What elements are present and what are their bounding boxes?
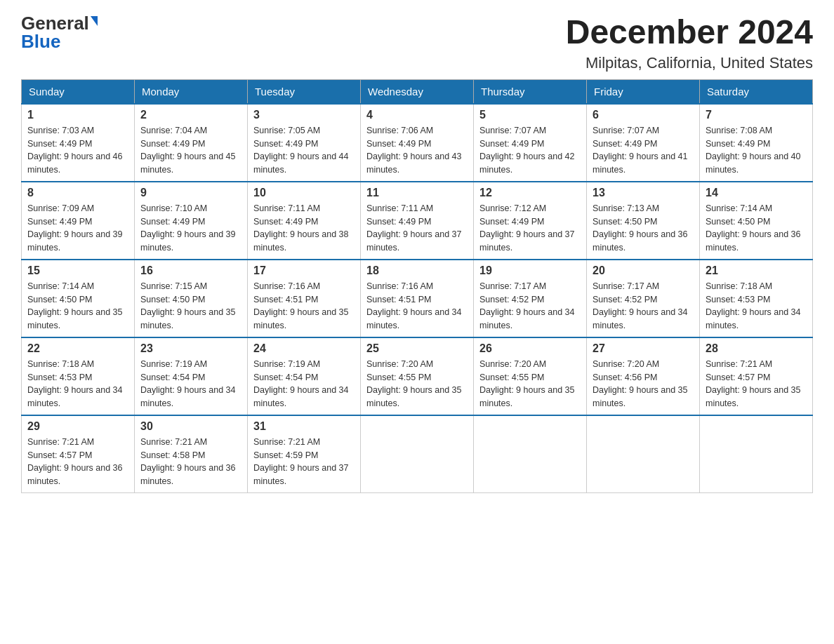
- day-info: Sunrise: 7:09 AMSunset: 4:49 PMDaylight:…: [27, 203, 123, 253]
- day-number: 3: [253, 109, 355, 121]
- day-number: 17: [253, 264, 355, 277]
- day-number: 10: [253, 187, 355, 199]
- page-header: General Blue December 2024 Milpitas, Cal…: [21, 14, 813, 72]
- calendar-header-tuesday: Tuesday: [248, 79, 361, 104]
- day-number: 4: [366, 109, 468, 121]
- day-info: Sunrise: 7:20 AMSunset: 4:55 PMDaylight:…: [479, 359, 575, 408]
- day-info: Sunrise: 7:11 AMSunset: 4:49 PMDaylight:…: [366, 203, 462, 253]
- day-info: Sunrise: 7:07 AMSunset: 4:49 PMDaylight:…: [593, 126, 688, 175]
- calendar-day-cell: 18 Sunrise: 7:16 AMSunset: 4:51 PMDaylig…: [361, 260, 474, 337]
- day-info: Sunrise: 7:07 AMSunset: 4:49 PMDaylight:…: [479, 126, 575, 175]
- day-info: Sunrise: 7:21 AMSunset: 4:59 PMDaylight:…: [253, 437, 349, 486]
- day-number: 5: [479, 109, 581, 121]
- day-info: Sunrise: 7:16 AMSunset: 4:51 PMDaylight:…: [253, 281, 349, 330]
- day-info: Sunrise: 7:11 AMSunset: 4:49 PMDaylight:…: [253, 203, 349, 253]
- day-info: Sunrise: 7:20 AMSunset: 4:55 PMDaylight:…: [366, 359, 462, 408]
- calendar-subtitle: Milpitas, California, United States: [566, 54, 813, 72]
- calendar-day-cell: 11 Sunrise: 7:11 AMSunset: 4:49 PMDaylig…: [361, 182, 474, 260]
- calendar-day-cell: 30 Sunrise: 7:21 AMSunset: 4:58 PMDaylig…: [135, 415, 248, 493]
- day-info: Sunrise: 7:08 AMSunset: 4:49 PMDaylight:…: [706, 126, 801, 175]
- calendar-day-cell: 6 Sunrise: 7:07 AMSunset: 4:49 PMDayligh…: [587, 104, 700, 182]
- calendar-day-cell: 19 Sunrise: 7:17 AMSunset: 4:52 PMDaylig…: [474, 260, 587, 337]
- day-number: 1: [27, 109, 128, 121]
- day-number: 28: [706, 342, 807, 355]
- day-number: 21: [706, 264, 807, 277]
- day-number: 19: [479, 264, 581, 277]
- calendar-header-sunday: Sunday: [22, 79, 135, 104]
- day-number: 12: [479, 187, 581, 199]
- day-info: Sunrise: 7:16 AMSunset: 4:51 PMDaylight:…: [366, 281, 462, 330]
- day-number: 16: [140, 264, 241, 277]
- calendar-header-friday: Friday: [587, 79, 700, 104]
- calendar-day-cell: 5 Sunrise: 7:07 AMSunset: 4:49 PMDayligh…: [474, 104, 587, 182]
- calendar-week-row: 1 Sunrise: 7:03 AMSunset: 4:49 PMDayligh…: [22, 104, 813, 182]
- logo-triangle-icon: [91, 16, 98, 26]
- calendar-day-cell: 1 Sunrise: 7:03 AMSunset: 4:49 PMDayligh…: [22, 104, 135, 182]
- calendar-day-cell: 17 Sunrise: 7:16 AMSunset: 4:51 PMDaylig…: [248, 260, 361, 337]
- day-number: 6: [593, 109, 694, 121]
- calendar-day-cell: [587, 415, 700, 493]
- calendar-day-cell: 14 Sunrise: 7:14 AMSunset: 4:50 PMDaylig…: [700, 182, 813, 260]
- day-info: Sunrise: 7:10 AMSunset: 4:49 PMDaylight:…: [140, 203, 236, 253]
- day-number: 20: [593, 264, 694, 277]
- calendar-day-cell: 22 Sunrise: 7:18 AMSunset: 4:53 PMDaylig…: [22, 337, 135, 415]
- calendar-week-row: 29 Sunrise: 7:21 AMSunset: 4:57 PMDaylig…: [22, 415, 813, 493]
- calendar-header-wednesday: Wednesday: [361, 79, 474, 104]
- day-info: Sunrise: 7:13 AMSunset: 4:50 PMDaylight:…: [593, 203, 688, 253]
- calendar-day-cell: 23 Sunrise: 7:19 AMSunset: 4:54 PMDaylig…: [135, 337, 248, 415]
- calendar-day-cell: 2 Sunrise: 7:04 AMSunset: 4:49 PMDayligh…: [135, 104, 248, 182]
- calendar-week-row: 22 Sunrise: 7:18 AMSunset: 4:53 PMDaylig…: [22, 337, 813, 415]
- calendar-day-cell: 10 Sunrise: 7:11 AMSunset: 4:49 PMDaylig…: [248, 182, 361, 260]
- day-info: Sunrise: 7:18 AMSunset: 4:53 PMDaylight:…: [706, 281, 801, 330]
- day-info: Sunrise: 7:19 AMSunset: 4:54 PMDaylight:…: [140, 359, 236, 408]
- day-number: 18: [366, 264, 468, 277]
- calendar-week-row: 8 Sunrise: 7:09 AMSunset: 4:49 PMDayligh…: [22, 182, 813, 260]
- calendar-day-cell: [474, 415, 587, 493]
- calendar-day-cell: 27 Sunrise: 7:20 AMSunset: 4:56 PMDaylig…: [587, 337, 700, 415]
- day-number: 25: [366, 342, 468, 355]
- day-info: Sunrise: 7:04 AMSunset: 4:49 PMDaylight:…: [140, 126, 236, 175]
- calendar-day-cell: 16 Sunrise: 7:15 AMSunset: 4:50 PMDaylig…: [135, 260, 248, 337]
- calendar-week-row: 15 Sunrise: 7:14 AMSunset: 4:50 PMDaylig…: [22, 260, 813, 337]
- day-info: Sunrise: 7:17 AMSunset: 4:52 PMDaylight:…: [479, 281, 575, 330]
- day-number: 14: [706, 187, 807, 199]
- calendar-day-cell: [361, 415, 474, 493]
- logo-blue: Blue: [21, 32, 60, 51]
- day-info: Sunrise: 7:21 AMSunset: 4:57 PMDaylight:…: [706, 359, 801, 408]
- calendar-title: December 2024: [566, 14, 813, 51]
- calendar-day-cell: 4 Sunrise: 7:06 AMSunset: 4:49 PMDayligh…: [361, 104, 474, 182]
- day-info: Sunrise: 7:15 AMSunset: 4:50 PMDaylight:…: [140, 281, 236, 330]
- calendar-header-saturday: Saturday: [700, 79, 813, 104]
- calendar-day-cell: 20 Sunrise: 7:17 AMSunset: 4:52 PMDaylig…: [587, 260, 700, 337]
- calendar-table: SundayMondayTuesdayWednesdayThursdayFrid…: [21, 79, 813, 493]
- day-number: 30: [140, 420, 241, 433]
- title-block: December 2024 Milpitas, California, Unit…: [566, 14, 813, 72]
- calendar-day-cell: 8 Sunrise: 7:09 AMSunset: 4:49 PMDayligh…: [22, 182, 135, 260]
- calendar-day-cell: 9 Sunrise: 7:10 AMSunset: 4:49 PMDayligh…: [135, 182, 248, 260]
- day-info: Sunrise: 7:14 AMSunset: 4:50 PMDaylight:…: [706, 203, 801, 253]
- calendar-header-thursday: Thursday: [474, 79, 587, 104]
- day-number: 15: [27, 264, 128, 277]
- day-number: 23: [140, 342, 241, 355]
- day-info: Sunrise: 7:21 AMSunset: 4:58 PMDaylight:…: [140, 437, 236, 486]
- day-info: Sunrise: 7:21 AMSunset: 4:57 PMDaylight:…: [27, 437, 123, 486]
- day-info: Sunrise: 7:18 AMSunset: 4:53 PMDaylight:…: [27, 359, 123, 408]
- day-info: Sunrise: 7:19 AMSunset: 4:54 PMDaylight:…: [253, 359, 349, 408]
- day-number: 22: [27, 342, 128, 355]
- calendar-header-monday: Monday: [135, 79, 248, 104]
- calendar-day-cell: 3 Sunrise: 7:05 AMSunset: 4:49 PMDayligh…: [248, 104, 361, 182]
- calendar-day-cell: 26 Sunrise: 7:20 AMSunset: 4:55 PMDaylig…: [474, 337, 587, 415]
- calendar-day-cell: 28 Sunrise: 7:21 AMSunset: 4:57 PMDaylig…: [700, 337, 813, 415]
- logo-general: General: [21, 14, 89, 32]
- logo: General Blue: [21, 14, 98, 51]
- day-info: Sunrise: 7:14 AMSunset: 4:50 PMDaylight:…: [27, 281, 123, 330]
- day-info: Sunrise: 7:20 AMSunset: 4:56 PMDaylight:…: [593, 359, 688, 408]
- day-info: Sunrise: 7:17 AMSunset: 4:52 PMDaylight:…: [593, 281, 688, 330]
- day-number: 7: [706, 109, 807, 121]
- day-number: 27: [593, 342, 694, 355]
- day-number: 2: [140, 109, 241, 121]
- day-info: Sunrise: 7:03 AMSunset: 4:49 PMDaylight:…: [27, 126, 123, 175]
- calendar-day-cell: 21 Sunrise: 7:18 AMSunset: 4:53 PMDaylig…: [700, 260, 813, 337]
- calendar-day-cell: 25 Sunrise: 7:20 AMSunset: 4:55 PMDaylig…: [361, 337, 474, 415]
- day-number: 31: [253, 420, 355, 433]
